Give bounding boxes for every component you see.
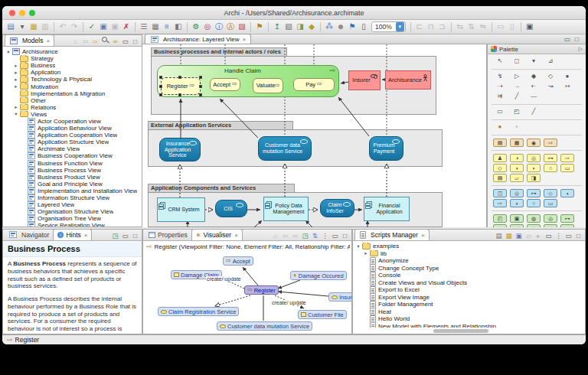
- model-tree-layered-view[interactable]: Layered View: [3, 201, 142, 208]
- open-folder-icon[interactable]: ▦: [505, 231, 513, 240]
- tab-layered-view[interactable]: Archisurance: Layered View ×: [145, 34, 251, 44]
- model-tree-business[interactable]: ▸Business: [3, 62, 142, 69]
- twisty-icon[interactable]: ▸: [13, 63, 19, 69]
- visualiser-graph[interactable]: ⇨Accept Damage Claim ◗Damage Occured ⇨Re…: [143, 230, 351, 334]
- maximize-icon[interactable]: □: [573, 34, 581, 44]
- element-claim-infoser[interactable]: Claim InfoSer: [320, 199, 354, 217]
- zoom-dropdown-icon[interactable]: ▾: [396, 22, 404, 31]
- palette-application-component-icon[interactable]: ◫: [493, 189, 507, 197]
- vis-node-damage-occured[interactable]: ◗Damage Occured: [290, 271, 347, 280]
- script-anonymize[interactable]: Anonymize: [353, 257, 585, 265]
- minimize-icon[interactable]: ▭: [121, 231, 129, 240]
- model-tree-actor-cooperation-view[interactable]: Actor Cooperation view: [3, 118, 142, 125]
- model-tree-application[interactable]: ▸Application: [3, 69, 142, 76]
- viewpoint-icon[interactable]: ◎: [202, 21, 213, 33]
- palette-composition-relation-icon[interactable]: ◆: [525, 72, 542, 81]
- palette-business-service-icon[interactable]: ○: [544, 164, 557, 172]
- palette-business-collaboration-icon[interactable]: ◎: [527, 154, 541, 162]
- element-accept[interactable]: Accept⇨: [210, 78, 240, 91]
- palette-note-tool-icon[interactable]: ▭: [492, 107, 508, 116]
- palette-communication-network-icon[interactable]: ⋈: [510, 224, 524, 227]
- open-in-browser-icon[interactable]: ◳: [111, 231, 119, 240]
- color-scheme-icon[interactable]: ▨: [237, 21, 247, 33]
- script-folder-management[interactable]: Folder Management: [353, 301, 585, 308]
- palette-contract-icon[interactable]: ▤: [493, 174, 507, 182]
- sketch-icon[interactable]: ⁂: [324, 21, 335, 33]
- model-tree-strategy[interactable]: Strategy: [3, 55, 142, 62]
- palette-product-icon[interactable]: ◨: [527, 174, 541, 182]
- palette-serving-relation-icon[interactable]: →: [508, 82, 525, 91]
- close-icon[interactable]: ×: [421, 232, 425, 239]
- copy-icon[interactable]: ▣: [98, 21, 109, 33]
- element-cis[interactable]: CIS: [215, 200, 247, 217]
- palette-course-of-action-icon[interactable]: ◉: [527, 139, 541, 147]
- zoom-select[interactable]: 100%▾: [371, 21, 406, 32]
- derived-relations-icon[interactable]: ⚙: [191, 21, 201, 33]
- palette-business-object-icon[interactable]: ▭: [560, 164, 574, 172]
- model-tree-information-structure-view[interactable]: Information Structure View: [3, 194, 142, 201]
- element-pay[interactable]: Pay⇨: [293, 78, 335, 91]
- palette-technology-interface-icon[interactable]: ⊶: [560, 214, 574, 223]
- model-tree-business-process-view[interactable]: Business Process View: [3, 167, 142, 174]
- maximize-icon[interactable]: □: [131, 231, 139, 240]
- duplicate-icon[interactable]: ▣: [514, 231, 523, 240]
- tab-navigator[interactable]: Navigator: [5, 229, 53, 240]
- model-tree-application-cooperation-view[interactable]: Application Cooperation View: [3, 132, 142, 139]
- element-financial-application[interactable]: Financial Application: [364, 197, 410, 221]
- twisty-icon[interactable]: ▾: [13, 111, 19, 117]
- palette-business-process-icon[interactable]: ⇨: [560, 154, 574, 162]
- model-tree-implementation-migration[interactable]: Implementation & Migration: [3, 90, 142, 97]
- palette-assignment-relation-icon[interactable]: ●: [559, 72, 576, 81]
- palette-aggregation-relation-icon[interactable]: ◇: [542, 72, 559, 81]
- element-customer-data-mutation-service[interactable]: Customer data mutation Service: [258, 136, 312, 161]
- model-tree-service-realisation-view[interactable]: Service Realisation View: [3, 222, 142, 227]
- palette-marquee-menu-icon[interactable]: ▾: [525, 57, 542, 66]
- element-premium-payment[interactable]: Premium Payment: [369, 136, 403, 161]
- palette-capability-icon[interactable]: ▦: [510, 139, 524, 147]
- script-heat[interactable]: Heat: [353, 308, 585, 316]
- diagram-canvas[interactable]: Business processes and internal actors /…: [142, 44, 487, 227]
- vis-node-register[interactable]: ⇨Register: [244, 285, 279, 295]
- element-insurance-application-service[interactable]: Insurance Application Service: [159, 138, 201, 161]
- script-export-to-excel[interactable]: Export to Excel: [353, 286, 585, 294]
- model-tree-organisation-structure-view[interactable]: Organisation Structure View: [3, 208, 142, 215]
- script-hello-world[interactable]: Hello World: [353, 315, 585, 323]
- tab-scripts-manager[interactable]: Scripts Manager ×: [354, 229, 430, 240]
- twisty-icon[interactable]: ▾: [5, 49, 11, 55]
- twisty-icon[interactable]: ▸: [363, 250, 369, 256]
- minimize-icon[interactable]: ▭: [121, 37, 129, 46]
- vis-node-claim-registration-service[interactable]: Claim Registration Service: [158, 307, 239, 316]
- element-crm-system[interactable]: CRM System: [157, 197, 205, 222]
- palette-application-service-icon[interactable]: ○: [527, 199, 541, 207]
- model-tree-technology-physical[interactable]: ▸Technology & Physical: [3, 76, 142, 83]
- palette-flow-relation-icon[interactable]: ⇉: [492, 92, 508, 101]
- forward-icon[interactable]: ⇨: [91, 37, 100, 46]
- new-model-icon[interactable]: ▤: [5, 21, 16, 33]
- export-image-icon[interactable]: ◨: [295, 21, 305, 33]
- palette-technology-function-icon[interactable]: ◇: [527, 224, 541, 227]
- palette-realization-relation-icon[interactable]: ⇢: [492, 82, 508, 91]
- validate-icon[interactable]: ◆: [306, 21, 317, 33]
- element-archisurance[interactable]: Archisurance: [385, 70, 431, 90]
- delete-icon[interactable]: ✗: [121, 21, 132, 33]
- palette-node-icon[interactable]: ◰: [493, 214, 507, 223]
- model-tree-goal-and-principle-view[interactable]: Goal and Principle View: [3, 181, 142, 188]
- element-policy-data-management[interactable]: Policy Data Management: [263, 197, 309, 221]
- model-tree-motivation[interactable]: ▸Motivation: [3, 83, 142, 90]
- new-menu-icon[interactable]: ▾: [17, 21, 28, 33]
- palette-technology-interaction-icon[interactable]: ◖: [560, 224, 574, 227]
- palette-grouping-icon[interactable]: ▫: [508, 122, 525, 132]
- twisty-icon[interactable]: ▸: [13, 83, 19, 90]
- tab-models[interactable]: Models ×: [5, 34, 54, 46]
- element-valuate[interactable]: Valuate⇨: [253, 78, 283, 93]
- palette-business-actor-icon[interactable]: ♟: [493, 154, 507, 162]
- palette-representation-icon[interactable]: ▱: [510, 174, 524, 182]
- palette-junction-icon[interactable]: ●: [492, 122, 508, 132]
- model-tree-implementation-and-installation-view[interactable]: Implementation and Installation View: [3, 188, 142, 194]
- palette-business-function-icon[interactable]: ◇: [493, 164, 507, 172]
- palette-data-object-icon[interactable]: ▭: [544, 199, 557, 207]
- model-tree-relations[interactable]: ▸Relations: [3, 104, 142, 111]
- model-tree-application-structure-view[interactable]: Application Structure View: [3, 139, 142, 145]
- minimize-icon[interactable]: ▭: [564, 231, 573, 240]
- maximize-icon[interactable]: □: [574, 231, 583, 240]
